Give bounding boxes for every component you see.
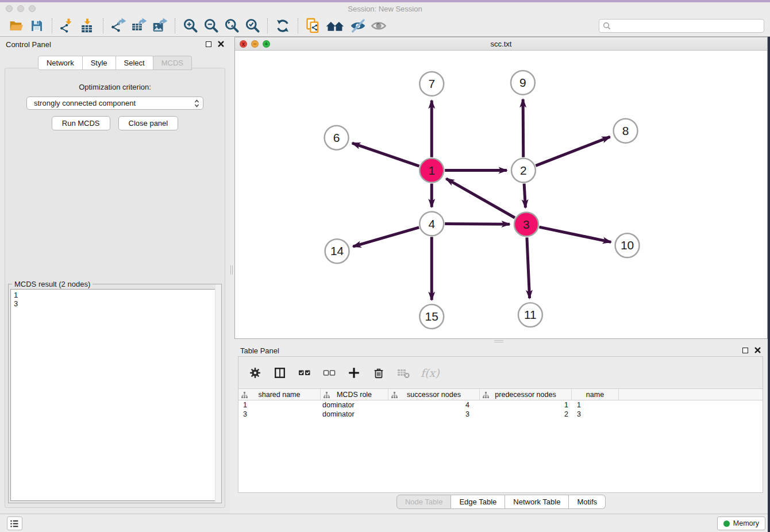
float-panel-icon[interactable]	[206, 41, 211, 47]
graph-node-2[interactable]: 2	[511, 159, 536, 183]
table-row[interactable]: 1 dominator 4 1 1	[238, 400, 763, 410]
graph-node-10[interactable]: 10	[615, 233, 640, 257]
graph-node-7[interactable]: 7	[419, 72, 444, 96]
cell-name[interactable]: 1	[572, 401, 619, 409]
close-panel-button[interactable]: Close panel	[118, 116, 179, 130]
optimization-criterion-label: Optimization criterion:	[5, 83, 225, 91]
cell-predecessor-nodes[interactable]: 2	[480, 410, 572, 418]
graph-node-1[interactable]: 1	[419, 159, 444, 183]
network-canvas[interactable]: 7968124314101511	[235, 51, 767, 338]
show-columns-icon[interactable]	[272, 365, 287, 380]
mcds-tab-content: Optimization criterion: strongly connect…	[5, 68, 225, 508]
cell-successor-nodes[interactable]: 4	[388, 401, 480, 409]
svg-text:15: 15	[425, 310, 438, 323]
horizontal-splitter[interactable]	[234, 339, 768, 343]
column-header-successor-nodes[interactable]: successor nodes	[388, 389, 480, 400]
zoom-in-icon[interactable]	[180, 17, 201, 34]
import-network-icon[interactable]	[57, 17, 78, 34]
graph-edge-3-1[interactable]	[446, 179, 515, 218]
graph-edge-2-3[interactable]	[524, 184, 525, 208]
refresh-icon[interactable]	[272, 17, 293, 34]
tab-node-table[interactable]: Node Table	[396, 495, 452, 509]
search-box[interactable]	[599, 19, 764, 33]
export-table-icon[interactable]	[129, 17, 149, 34]
column-header-predecessor-nodes[interactable]: predecessor nodes	[480, 389, 572, 400]
graph-edge-4-14[interactable]	[353, 228, 419, 246]
graph-edge-2-8[interactable]	[536, 137, 610, 165]
open-session-icon[interactable]	[6, 17, 26, 34]
zoom-fit-icon[interactable]	[221, 17, 242, 34]
graph-node-15[interactable]: 15	[419, 304, 444, 329]
vertical-splitter[interactable]	[230, 37, 234, 514]
show-all-icon[interactable]	[368, 17, 389, 34]
add-column-icon[interactable]	[346, 365, 361, 380]
export-network-icon[interactable]	[108, 17, 129, 34]
svg-text:2: 2	[520, 164, 527, 177]
svg-text:11: 11	[524, 308, 537, 321]
run-mcds-button[interactable]: Run MCDS	[52, 116, 110, 130]
home-icon[interactable]	[324, 17, 348, 34]
network-view-window: x – + scc.txt 7968124314101511	[234, 37, 768, 339]
export-image-icon[interactable]	[149, 17, 170, 34]
close-panel-icon[interactable]	[754, 347, 761, 353]
splitter-grip[interactable]	[230, 265, 233, 275]
delete-icon[interactable]	[371, 365, 386, 380]
graph-edge-1-6[interactable]	[352, 143, 419, 166]
network-window-titlebar: x – + scc.txt	[235, 37, 767, 51]
column-header-name[interactable]: name	[572, 389, 619, 400]
tab-edge-table[interactable]: Edge Table	[451, 495, 505, 509]
graph-node-9[interactable]: 9	[511, 71, 535, 95]
table-toolbar: f(x)	[238, 357, 763, 388]
tab-network[interactable]: Network	[38, 56, 83, 70]
result-scrollbar[interactable]	[215, 284, 221, 503]
graph-node-3[interactable]: 3	[514, 212, 538, 236]
import-table-icon[interactable]	[78, 17, 98, 34]
tab-motifs[interactable]: Motifs	[569, 495, 606, 509]
splitter-grip[interactable]	[494, 340, 503, 342]
graph-node-6[interactable]: 6	[325, 126, 349, 150]
graph-node-11[interactable]: 11	[518, 303, 542, 327]
search-icon	[603, 22, 611, 30]
cell-mcds-role[interactable]: dominator	[321, 401, 388, 409]
graph-edge-2-9[interactable]	[523, 99, 523, 157]
search-input[interactable]	[611, 20, 764, 32]
column-header-mcds-role[interactable]: MCDS role	[321, 389, 388, 400]
cell-mcds-role[interactable]: dominator	[321, 410, 388, 418]
tab-network-table[interactable]: Network Table	[505, 495, 569, 509]
table-settings-gear-icon[interactable]	[248, 365, 263, 380]
cell-predecessor-nodes[interactable]: 1	[480, 401, 572, 409]
graph-edge-3-11[interactable]	[527, 237, 530, 298]
float-panel-icon[interactable]	[742, 348, 748, 353]
close-panel-icon[interactable]	[218, 41, 224, 47]
table-panel: Table Panel	[234, 343, 768, 514]
zoom-selected-icon[interactable]	[242, 17, 263, 34]
deselect-all-icon[interactable]	[322, 365, 337, 380]
cell-shared-name[interactable]: 1	[238, 401, 321, 409]
memory-button[interactable]: Memory	[717, 516, 765, 530]
cell-name[interactable]: 3	[572, 410, 619, 418]
select-all-icon[interactable]	[297, 365, 312, 380]
criterion-value: strongly connected component	[34, 99, 194, 107]
column-header-shared-name[interactable]: shared name	[238, 389, 321, 400]
tab-style[interactable]: Style	[83, 56, 116, 70]
graph-edge-4-3[interactable]	[445, 223, 510, 224]
criterion-dropdown[interactable]: strongly connected component	[26, 97, 203, 110]
zoom-out-icon[interactable]	[201, 17, 221, 34]
mcds-result-text[interactable]: 1 3	[10, 289, 220, 501]
cell-shared-name[interactable]: 3	[238, 410, 321, 418]
network-graph[interactable]: 7968124314101511	[235, 51, 767, 338]
hide-selected-icon[interactable]	[348, 17, 368, 34]
graph-node-8[interactable]: 8	[614, 119, 638, 143]
duplicate-network-icon[interactable]	[303, 17, 324, 34]
tab-mcds[interactable]: MCDS	[153, 56, 192, 70]
graph-node-14[interactable]: 14	[325, 239, 349, 263]
graph-node-4[interactable]: 4	[419, 211, 444, 236]
save-session-icon[interactable]	[26, 17, 47, 34]
tab-select[interactable]: Select	[116, 56, 153, 70]
svg-text:10: 10	[621, 238, 634, 252]
cell-successor-nodes[interactable]: 3	[388, 410, 480, 418]
task-history-button[interactable]	[7, 516, 22, 530]
graph-edge-3-10[interactable]	[539, 227, 611, 242]
svg-text:9: 9	[519, 76, 526, 89]
table-row[interactable]: 3 dominator 3 2 3	[238, 410, 763, 419]
